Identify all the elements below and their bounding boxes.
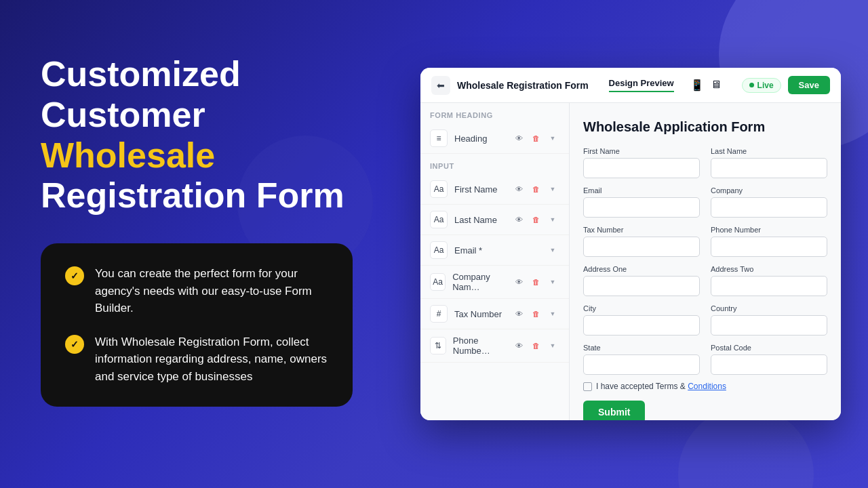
input-address1[interactable] xyxy=(583,276,700,296)
input-email[interactable] xyxy=(583,197,700,218)
form-builder-sidebar: Form Heading ≡ Heading 👁 🗑 ▼ Input Aa F xyxy=(420,103,570,420)
check-icon-2 xyxy=(65,335,84,354)
back-button[interactable]: ⬅ xyxy=(431,76,450,95)
live-badge: Live xyxy=(742,78,781,93)
input-country[interactable] xyxy=(711,315,827,336)
label-address1: Address One xyxy=(583,265,700,273)
field-icon-taxnumber: # xyxy=(430,305,448,323)
eye-icon-phone[interactable]: 👁 xyxy=(512,339,526,352)
label-city: City xyxy=(583,304,700,312)
heading-highlight: Wholesale xyxy=(41,136,215,175)
input-company[interactable] xyxy=(711,197,827,218)
field-item-lastname[interactable]: Aa Last Name 👁 🗑 ▼ xyxy=(420,205,569,235)
section-label-heading: Form Heading xyxy=(420,103,569,123)
feature-text-1: You can create the perfect form for your… xyxy=(95,265,328,317)
label-firstname: First Name xyxy=(583,147,700,155)
feature-item-1: You can create the perfect form for your… xyxy=(65,265,328,317)
field-item-company[interactable]: Aa Company Nam… 👁 🗑 ▼ xyxy=(420,266,569,299)
delete-icon-heading[interactable]: 🗑 xyxy=(529,131,542,145)
eye-icon-company[interactable]: 👁 xyxy=(512,275,526,289)
chevron-icon-lastname[interactable]: ▼ xyxy=(546,213,559,226)
app-header-center: Design Preview 📱 🖥 xyxy=(609,78,722,92)
submit-button[interactable]: Submit xyxy=(583,401,645,420)
field-left-heading: ≡ Heading xyxy=(430,129,487,147)
label-address2: Address Two xyxy=(711,265,827,273)
preview-field-address1: Address One xyxy=(583,265,700,296)
preview-field-email: Email xyxy=(583,186,700,218)
field-name-lastname: Last Name xyxy=(454,215,497,225)
input-firstname[interactable] xyxy=(583,158,700,178)
feature-item-2: With Wholesale Registration Form, collec… xyxy=(65,333,328,386)
terms-conditions-link[interactable]: Conditions xyxy=(688,382,726,391)
input-postalcode[interactable] xyxy=(711,354,827,375)
heading-line2: Customer xyxy=(41,95,205,134)
app-title: Wholesale Registration Form xyxy=(457,80,589,91)
field-name-phone: Phone Numbe… xyxy=(453,336,512,356)
preview-field-state: State xyxy=(583,344,700,375)
terms-checkbox[interactable] xyxy=(583,382,592,391)
terms-text: I have accepted Terms & Conditions xyxy=(596,382,726,391)
label-company: Company xyxy=(711,186,827,195)
app-header-right: Live Save xyxy=(742,76,830,94)
field-icon-phone: ⇅ xyxy=(430,337,446,354)
save-button[interactable]: Save xyxy=(788,76,830,94)
eye-icon-heading[interactable]: 👁 xyxy=(512,131,526,145)
delete-icon-firstname[interactable]: 🗑 xyxy=(529,182,542,196)
section-label-input: Input xyxy=(420,154,569,174)
input-address2[interactable] xyxy=(711,276,827,296)
label-taxnumber: Tax Number xyxy=(583,226,700,234)
form-preview: Wholesale Application Form First Name La… xyxy=(570,103,841,420)
field-icon-heading: ≡ xyxy=(430,129,448,147)
field-name-firstname: First Name xyxy=(454,184,498,195)
eye-icon-taxnumber[interactable]: 👁 xyxy=(512,307,526,321)
input-state[interactable] xyxy=(583,354,700,375)
chevron-icon-phone[interactable]: ▼ xyxy=(546,339,559,352)
input-city[interactable] xyxy=(583,315,700,336)
check-icon-1 xyxy=(65,266,84,285)
desktop-icon[interactable]: 🖥 xyxy=(711,79,722,92)
form-fields-grid: First Name Last Name Email Company xyxy=(583,147,827,375)
delete-icon-phone[interactable]: 🗑 xyxy=(529,339,542,352)
input-lastname[interactable] xyxy=(711,158,827,178)
preview-field-city: City xyxy=(583,304,700,336)
app-window: ⬅ Wholesale Registration Form Design Pre… xyxy=(420,68,841,420)
label-email: Email xyxy=(583,186,700,195)
input-taxnumber[interactable] xyxy=(583,237,700,257)
chevron-icon-heading[interactable]: ▼ xyxy=(546,131,559,145)
feature-text-2: With Wholesale Registration Form, collec… xyxy=(95,333,328,386)
field-item-heading[interactable]: ≡ Heading 👁 🗑 ▼ xyxy=(420,123,569,154)
field-name-company: Company Nam… xyxy=(452,272,512,292)
preview-field-postalcode: Postal Code xyxy=(711,344,827,375)
chevron-icon-email[interactable]: ▼ xyxy=(546,243,559,257)
delete-icon-lastname[interactable]: 🗑 xyxy=(529,213,542,226)
field-item-email[interactable]: Aa Email * ▼ xyxy=(420,235,569,266)
delete-icon-taxnumber[interactable]: 🗑 xyxy=(529,307,542,321)
delete-icon-company[interactable]: 🗑 xyxy=(529,275,542,289)
device-icons: 📱 🖥 xyxy=(690,79,722,92)
field-icon-company: Aa xyxy=(430,273,446,291)
eye-icon-lastname[interactable]: 👁 xyxy=(512,213,526,226)
chevron-icon-company[interactable]: ▼ xyxy=(546,275,559,289)
field-actions-heading: 👁 🗑 ▼ xyxy=(512,131,559,145)
features-card: You can create the perfect form for your… xyxy=(41,243,353,407)
app-body: Form Heading ≡ Heading 👁 🗑 ▼ Input Aa F xyxy=(420,103,841,420)
tab-design-preview[interactable]: Design Preview xyxy=(609,78,674,92)
field-item-firstname[interactable]: Aa First Name 👁 🗑 ▼ xyxy=(420,174,569,205)
app-header-left: ⬅ Wholesale Registration Form xyxy=(431,76,589,95)
preview-field-firstname: First Name xyxy=(583,147,700,178)
chevron-icon-firstname[interactable]: ▼ xyxy=(546,182,559,196)
heading-line1: Customized xyxy=(41,54,241,94)
field-name-heading: Heading xyxy=(454,134,487,144)
field-name-taxnumber: Tax Number xyxy=(454,309,502,319)
label-postalcode: Postal Code xyxy=(711,344,827,352)
chevron-icon-taxnumber[interactable]: ▼ xyxy=(546,307,559,321)
field-item-phone[interactable]: ⇅ Phone Numbe… 👁 🗑 ▼ xyxy=(420,329,569,363)
left-panel: Customized Customer Wholesale Registrati… xyxy=(0,0,393,488)
preview-field-taxnumber: Tax Number xyxy=(583,226,700,257)
input-phone[interactable] xyxy=(711,237,827,257)
field-name-email: Email * xyxy=(454,245,482,256)
mobile-icon[interactable]: 📱 xyxy=(690,79,704,92)
live-dot xyxy=(749,83,754,87)
field-item-taxnumber[interactable]: # Tax Number 👁 🗑 ▼ xyxy=(420,299,569,329)
eye-icon-firstname[interactable]: 👁 xyxy=(512,182,526,196)
